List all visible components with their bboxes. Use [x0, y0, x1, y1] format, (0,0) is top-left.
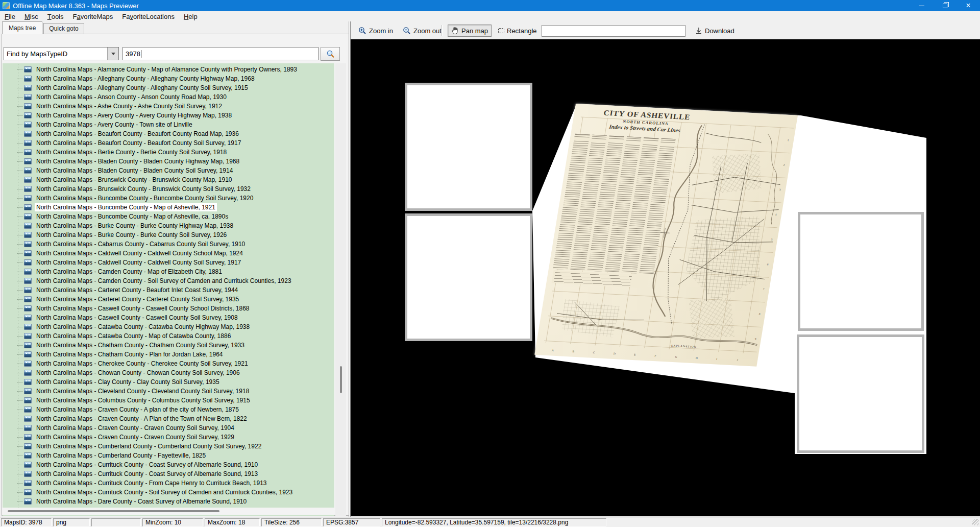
map-viewport[interactable]: 123456789 ABCDEFGHIJ -EXPLANATION- CITY …: [351, 39, 980, 516]
tree-row[interactable]: North Carolina Maps - Craven County - Cr…: [3, 433, 334, 442]
tree-row-label: North Carolina Maps - Catawba County - C…: [35, 323, 251, 331]
map-item-icon: [24, 324, 32, 330]
tree-vertical-scrollbar-thumb[interactable]: [340, 366, 342, 393]
tree-row[interactable]: North Carolina Maps - Camden County - So…: [3, 276, 334, 285]
pan-map-button[interactable]: Pan map: [448, 25, 492, 37]
tree-row[interactable]: North Carolina Maps - Avery County - Tow…: [3, 120, 334, 129]
menu-file[interactable]: File: [0, 11, 20, 21]
minimize-button[interactable]: [910, 0, 933, 11]
tree-row[interactable]: North Carolina Maps - Alleghany County -…: [3, 74, 334, 83]
zoom-out-button[interactable]: Zoom out: [399, 25, 445, 37]
tree-row-label: North Carolina Maps - Beaufort County - …: [35, 130, 240, 138]
app-icon: [3, 2, 10, 9]
tree-row[interactable]: North Carolina Maps - Caswell County - C…: [3, 313, 334, 322]
tree-row-label: North Carolina Maps - Craven County - A …: [35, 415, 249, 423]
dropdown-arrow-icon[interactable]: [107, 47, 118, 60]
tree-row[interactable]: North Carolina Maps - Caldwell County - …: [3, 258, 334, 267]
menu-favoritemaps[interactable]: FavoriteMaps: [68, 11, 118, 21]
tree-row[interactable]: North Carolina Maps - Craven County - A …: [3, 414, 334, 423]
tree-row[interactable]: North Carolina Maps - Buncombe County - …: [3, 212, 334, 221]
tree-row[interactable]: North Carolina Maps - Catawba County - C…: [3, 322, 334, 331]
search-button[interactable]: [321, 47, 340, 61]
tree-row[interactable]: North Carolina Maps - Chatham County - P…: [3, 350, 334, 359]
tree-horizontal-scrollbar-thumb[interactable]: [8, 510, 219, 512]
resize-grip[interactable]: [972, 519, 979, 525]
map-toolbar: Zoom in Zoom out Pan map Rectangle: [351, 21, 980, 39]
tree-row[interactable]: North Carolina Maps - Cabarrus County - …: [3, 239, 334, 249]
map-item-icon: [24, 94, 32, 100]
tree-row[interactable]: North Carolina Maps - Cumberland County …: [3, 442, 334, 451]
tree-row[interactable]: North Carolina Maps - Clay County - Clay…: [3, 377, 334, 387]
tree-row[interactable]: North Carolina Maps - Currituck County -…: [3, 478, 334, 488]
tree-row[interactable]: North Carolina Maps - Camden County - Ma…: [3, 267, 334, 276]
close-button[interactable]: ×: [957, 0, 980, 11]
tree-horizontal-scrollbar[interactable]: [3, 508, 334, 515]
search-input[interactable]: 3978: [122, 47, 318, 60]
menu-help[interactable]: Help: [179, 11, 202, 21]
tree-row[interactable]: North Carolina Maps - Bladen County - Bl…: [3, 157, 334, 166]
tree-row[interactable]: North Carolina Maps - Brunswick County -…: [3, 175, 334, 184]
tree-row-label: North Carolina Maps - Avery County - Tow…: [35, 121, 194, 129]
tree-row[interactable]: North Carolina Maps - Currituck County -…: [3, 469, 334, 478]
tree-row[interactable]: North Carolina Maps - Burke County - Bur…: [3, 230, 334, 239]
tree-row[interactable]: North Carolina Maps - Dare County - Coas…: [3, 497, 334, 506]
map-item-icon: [24, 406, 32, 413]
zoom-in-icon: [358, 27, 366, 35]
tree-row-label: North Carolina Maps - Currituck County -…: [35, 488, 294, 496]
tree-row-label: North Carolina Maps - Burke County - Bur…: [35, 222, 235, 230]
menu-misc[interactable]: Misc: [20, 11, 43, 21]
tree-row[interactable]: North Carolina Maps - Chatham County - C…: [3, 341, 334, 350]
tree-row[interactable]: North Carolina Maps - Craven County - A …: [3, 405, 334, 414]
tab-quick-goto[interactable]: Quick goto: [43, 23, 84, 34]
tree-row-label: North Carolina Maps - Chatham County - P…: [35, 350, 225, 358]
tree-vertical-scrollbar[interactable]: [335, 63, 346, 516]
download-button[interactable]: Download: [692, 25, 738, 37]
tree-row[interactable]: North Carolina Maps - Cumberland County …: [3, 451, 334, 460]
tree-row[interactable]: North Carolina Maps - Alamance County - …: [3, 65, 334, 74]
tree-row[interactable]: North Carolina Maps - Brunswick County -…: [3, 184, 334, 194]
pan-map-label: Pan map: [461, 27, 488, 35]
menu-favoritelocations[interactable]: FavoriteLocations: [117, 11, 179, 21]
download-label: Download: [705, 27, 734, 35]
tree-row[interactable]: North Carolina Maps - Buncombe County - …: [3, 203, 334, 212]
map-item-icon: [24, 158, 32, 164]
restore-button[interactable]: [933, 0, 957, 11]
find-by-dropdown[interactable]: Find by MapsTypeID: [4, 47, 119, 60]
map-item-icon: [24, 361, 32, 367]
tree-row[interactable]: North Carolina Maps - Currituck County -…: [3, 488, 334, 497]
tree-row-label: North Carolina Maps - Buncombe County - …: [35, 194, 255, 202]
rectangle-button[interactable]: Rectangle: [495, 25, 541, 37]
map-item-icon: [24, 250, 32, 256]
tree-row[interactable]: North Carolina Maps - Currituck County -…: [3, 460, 334, 469]
tree-row[interactable]: North Carolina Maps - Beaufort County - …: [3, 129, 334, 138]
tree-row[interactable]: North Carolina Maps - Caldwell County - …: [3, 249, 334, 258]
tree-row-label: North Carolina Maps - Caswell County - C…: [35, 314, 239, 322]
tree-row[interactable]: North Carolina Maps - Bertie County - Be…: [3, 148, 334, 157]
tree-row[interactable]: North Carolina Maps - Bladen County - Bl…: [3, 166, 334, 175]
zoom-in-button[interactable]: Zoom in: [355, 25, 397, 37]
tree-row-label: North Carolina Maps - Caswell County - C…: [35, 304, 251, 313]
tree-row[interactable]: North Carolina Maps - Columbus County - …: [3, 396, 334, 405]
tree-row[interactable]: North Carolina Maps - Burke County - Bur…: [3, 221, 334, 230]
tree-row[interactable]: North Carolina Maps - Craven County - Cr…: [3, 423, 334, 433]
tree-row[interactable]: North Carolina Maps - Avery County - Ave…: [3, 111, 334, 120]
tree-row[interactable]: North Carolina Maps - Beaufort County - …: [3, 138, 334, 148]
tree-row[interactable]: North Carolina Maps - Carteret County - …: [3, 285, 334, 295]
tab-maps-tree[interactable]: Maps tree: [2, 21, 42, 34]
map-item-icon: [24, 167, 32, 174]
toolbar-textbox[interactable]: [542, 25, 685, 37]
tree-row[interactable]: North Carolina Maps - Anson County - Ans…: [3, 92, 334, 102]
tree-row-label: North Carolina Maps - Alleghany County -…: [35, 84, 250, 92]
tree-row[interactable]: North Carolina Maps - Buncombe County - …: [3, 194, 334, 203]
menu-tools[interactable]: Tools: [43, 11, 68, 21]
svg-text:9: 9: [754, 338, 756, 341]
tree-row[interactable]: North Carolina Maps - Cleveland County -…: [3, 387, 334, 396]
tree-row[interactable]: North Carolina Maps - Caswell County - C…: [3, 304, 334, 313]
map-item-icon: [24, 103, 32, 109]
tree-row[interactable]: North Carolina Maps - Cherokee County - …: [3, 359, 334, 368]
tree-row[interactable]: North Carolina Maps - Catawba County - M…: [3, 331, 334, 341]
tree-row[interactable]: North Carolina Maps - Chowan County - Ch…: [3, 368, 334, 377]
tree-row[interactable]: North Carolina Maps - Alleghany County -…: [3, 83, 334, 92]
tree-row[interactable]: North Carolina Maps - Carteret County - …: [3, 295, 334, 304]
tree-row[interactable]: North Carolina Maps - Ashe County - Ashe…: [3, 102, 334, 111]
